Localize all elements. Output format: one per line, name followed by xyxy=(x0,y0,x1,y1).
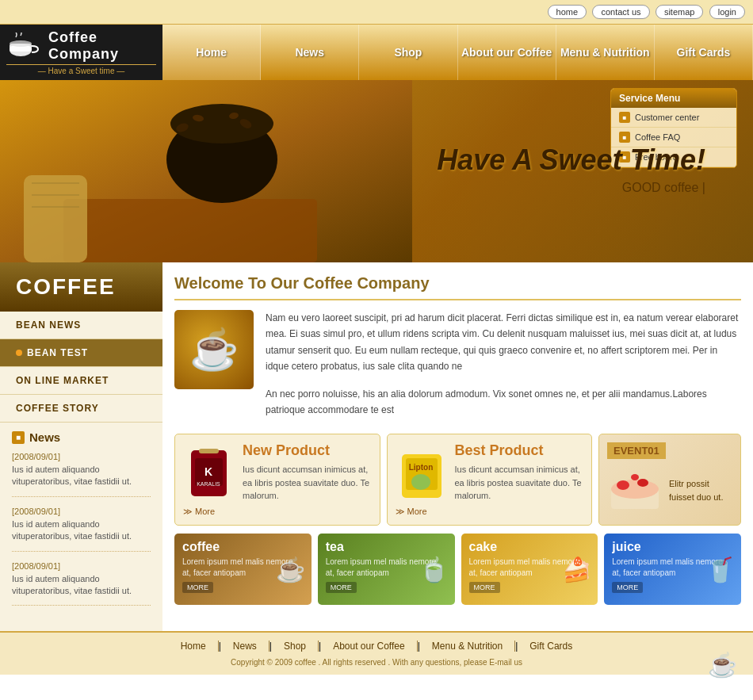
new-product-card: K KARALIS New Product Ius dicunt accumsa… xyxy=(174,434,380,526)
nav-item-shop[interactable]: Shop xyxy=(359,25,457,80)
news-text-1: Ius id autem aliquando vituperatoribus, … xyxy=(12,464,151,488)
new-product-image: K KARALIS xyxy=(183,442,235,502)
sitemap-link[interactable]: sitemap xyxy=(656,5,704,19)
welcome-paragraph-1: Nam eu vero laoreet suscipit, pri ad har… xyxy=(266,310,741,375)
svg-rect-4 xyxy=(63,199,317,262)
nav-item-home[interactable]: Home xyxy=(162,25,261,80)
sidebar-coffee-header: COFFEE xyxy=(0,262,162,312)
welcome-title: Welcome To Our Coffee Company xyxy=(174,274,741,300)
sidebar-news-title: ■ News xyxy=(12,430,151,444)
hero-banner: Service Menu ■ Customer center ■ Coffee … xyxy=(0,80,753,262)
svg-point-23 xyxy=(411,474,430,490)
header: Coffee Company — Have a Sweet time — Hom… xyxy=(0,25,753,80)
svg-point-2 xyxy=(10,40,32,47)
logo-inner: Coffee Company xyxy=(6,29,156,63)
category-juice[interactable]: juice Lorem ipsum mel malis nemore at, f… xyxy=(604,534,741,605)
category-cake-title: cake xyxy=(469,540,591,554)
cake-category-icon: 🍰 xyxy=(562,555,591,583)
category-juice-more[interactable]: MORE xyxy=(612,582,643,593)
event-card: EVENT01 Elitr possit fuisset duo ut. xyxy=(598,434,741,526)
svg-rect-11 xyxy=(24,175,87,262)
news-text-3: Ius id autem aliquando vituperatoribus, … xyxy=(12,573,151,598)
category-juice-title: juice xyxy=(612,540,733,554)
customer-icon: ■ xyxy=(619,112,630,123)
svg-text:Lipton: Lipton xyxy=(408,463,433,472)
sidebar-item-online-market[interactable]: ON LINE MARKET xyxy=(0,367,162,395)
footer: Home | News | Shop | About our Coffee | … xyxy=(0,631,753,675)
news-item-3: [2008/09/01] Ius id autem aliquando vitu… xyxy=(12,561,151,606)
sidebar-item-bean-news[interactable]: BEAN NEWS xyxy=(0,312,162,339)
contact-link[interactable]: contact us xyxy=(592,5,649,19)
category-tea[interactable]: tea Lorem ipsum mel malis nemore at, fac… xyxy=(318,534,455,605)
coffee-category-icon: ☕ xyxy=(276,555,305,583)
best-product-image: Lipton xyxy=(396,442,447,502)
tea-category-icon: 🍵 xyxy=(419,555,449,583)
footer-news[interactable]: News xyxy=(221,641,269,652)
category-cake-more[interactable]: MORE xyxy=(469,582,500,593)
logo-tagline: — Have a Sweet time — xyxy=(6,64,156,75)
logo-text: Coffee Company xyxy=(48,29,156,63)
juice-category-icon: 🥤 xyxy=(705,555,735,583)
category-coffee-more[interactable]: MORE xyxy=(182,582,213,593)
sidebar-item-bean-test[interactable]: BEAN TEST xyxy=(0,339,162,367)
logo-area: Coffee Company — Have a Sweet time — xyxy=(0,25,162,80)
category-tea-title: tea xyxy=(326,540,447,554)
svg-point-28 xyxy=(631,474,639,480)
coffee-cup-icon xyxy=(6,33,42,60)
hero-image xyxy=(0,80,412,262)
nav-item-news[interactable]: News xyxy=(261,25,359,80)
service-menu-title: Service Menu xyxy=(611,89,736,108)
footer-menu[interactable]: Menu & Nutrition xyxy=(420,641,515,652)
category-coffee-title: coffee xyxy=(182,540,304,554)
category-coffee[interactable]: coffee Lorem ipsum mel malis nemore at, … xyxy=(174,534,312,605)
sidebar: COFFEE BEAN NEWS BEAN TEST ON LINE MARKE… xyxy=(0,262,162,631)
event-image xyxy=(607,465,663,515)
footer-shop[interactable]: Shop xyxy=(272,641,319,652)
footer-logo-icon: ☕ xyxy=(708,651,737,679)
news-text-2: Ius id autem aliquando vituperatoribus, … xyxy=(12,518,151,543)
sidebar-menu: BEAN NEWS BEAN TEST ON LINE MARKET COFFE… xyxy=(0,312,162,423)
active-dot xyxy=(16,350,22,356)
main-area: Welcome To Our Coffee Company Nam eu ver… xyxy=(162,262,753,631)
home-link[interactable]: home xyxy=(548,5,587,19)
welcome-paragraph-2: An nec porro noluisse, his an alia dolor… xyxy=(266,386,741,419)
faq-icon: ■ xyxy=(619,132,630,143)
hero-subtitle: GOOD coffee | xyxy=(437,181,705,195)
news-item-2: [2008/09/01] Ius id autem aliquando vitu… xyxy=(12,507,151,552)
best-product-card: Lipton Best Product Ius dicunt accumsan … xyxy=(387,434,593,526)
svg-point-27 xyxy=(637,479,648,487)
footer-about[interactable]: About our Coffee xyxy=(321,641,418,652)
hero-text-area: Have A Sweet Time! GOOD coffee | xyxy=(437,143,705,195)
news-date-2: [2008/09/01] xyxy=(12,507,151,516)
welcome-coffee-image xyxy=(174,310,254,389)
main-content: COFFEE BEAN NEWS BEAN TEST ON LINE MARKE… xyxy=(0,262,753,631)
nav-item-menu[interactable]: Menu & Nutrition xyxy=(556,25,655,80)
nav-item-giftcards[interactable]: Gift Cards xyxy=(655,25,753,80)
hero-title: Have A Sweet Time! xyxy=(437,143,705,177)
welcome-content: Nam eu vero laoreet suscipit, pri ad har… xyxy=(174,310,741,418)
top-bar: home contact us sitemap login xyxy=(0,0,753,25)
nav-item-about[interactable]: About our Coffee xyxy=(458,25,556,80)
news-icon: ■ xyxy=(12,431,25,444)
sidebar-news: ■ News [2008/09/01] Ius id autem aliquan… xyxy=(0,423,162,623)
new-product-more[interactable]: ≫ More xyxy=(183,507,372,517)
news-date-1: [2008/09/01] xyxy=(12,452,151,461)
best-product-more[interactable]: ≫ More xyxy=(396,507,584,517)
category-cake[interactable]: cake Lorem ipsum mel malis nemore at, fa… xyxy=(461,534,598,605)
news-item-1: [2008/09/01] Ius id autem aliquando vitu… xyxy=(12,452,151,497)
category-tea-more[interactable]: MORE xyxy=(326,582,357,593)
svg-text:KARALIS: KARALIS xyxy=(197,481,220,487)
category-row: coffee Lorem ipsum mel malis nemore at, … xyxy=(174,534,741,605)
footer-home[interactable]: Home xyxy=(169,641,219,652)
news-date-3: [2008/09/01] xyxy=(12,561,151,571)
sidebar-item-coffee-story[interactable]: COFFEE STORY xyxy=(0,395,162,423)
customer-center-link[interactable]: ■ Customer center xyxy=(611,108,736,128)
event-desc: Elitr possit fuisset duo ut. xyxy=(669,477,732,503)
footer-nav: Home | News | Shop | About our Coffee | … xyxy=(16,641,737,652)
footer-giftcards[interactable]: Gift Cards xyxy=(518,641,584,652)
event-label: EVENT01 xyxy=(607,442,666,459)
footer-copyright: Copyright © 2009 coffee . All rights res… xyxy=(16,658,737,667)
svg-text:K: K xyxy=(204,465,212,478)
svg-point-26 xyxy=(617,480,629,490)
login-link[interactable]: login xyxy=(709,5,745,19)
